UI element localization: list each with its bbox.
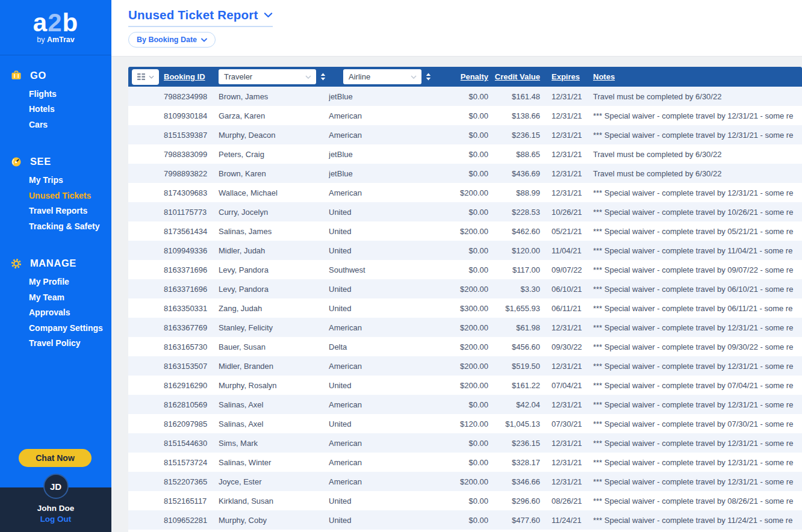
- cell-airline: United: [329, 227, 443, 236]
- table-row[interactable]: 8174309683Wallace, MichaelAmerican$200.0…: [128, 183, 802, 202]
- cell-notes: *** Special waiver - complete travel by …: [591, 323, 802, 332]
- cell-booking: 8151544630: [160, 439, 214, 448]
- cell-notes: *** Special waiver - complete travel by …: [591, 400, 802, 409]
- cell-notes: *** Special waiver - complete travel by …: [591, 381, 802, 390]
- table-row[interactable]: 8162097985Salinas, AxelUnited$120.00$1,0…: [128, 414, 802, 433]
- cell-credit: $117.00: [492, 265, 544, 274]
- table-row[interactable]: 8151539387Murphy, DeaconAmerican$0.00$23…: [128, 125, 802, 144]
- table-row[interactable]: 7998893822Brown, KarenjetBlue$0.00$436.6…: [128, 164, 802, 183]
- cell-booking: 8151539387: [160, 131, 214, 140]
- sidebar-item-flights[interactable]: Flights: [29, 86, 111, 102]
- table-row[interactable]: 8173561434Salinas, JamesUnited$200.00$46…: [128, 221, 802, 241]
- avatar[interactable]: JD: [43, 474, 69, 499]
- a2b-logo[interactable]: a2b by AmTrav: [0, 0, 111, 55]
- cell-expires: 09/30/22: [544, 342, 591, 351]
- cell-penalty: $0.00: [443, 458, 492, 467]
- cell-expires: 11/04/21: [544, 246, 591, 255]
- table-row[interactable]: 8162916290Murphy, RosalynUnited$200.00$1…: [128, 376, 802, 395]
- sidebar-item-unused-tickets[interactable]: Unused Tickets: [29, 188, 111, 203]
- column-header-booking-id[interactable]: Booking ID: [160, 72, 214, 81]
- sidebar-item-tracking-safety[interactable]: Tracking & Safety: [29, 218, 111, 234]
- sidebar-item-travel-policy[interactable]: Travel Policy: [29, 336, 111, 351]
- filter-pill-label: By Booking Date: [137, 36, 197, 44]
- cell-booking: 7998893822: [160, 169, 214, 178]
- table-row[interactable]: 7988383099Peters, CraigjetBlue$0.00$88.6…: [128, 144, 802, 164]
- column-header-notes[interactable]: Notes: [591, 72, 802, 81]
- sidebar-item-my-trips[interactable]: My Trips: [29, 173, 111, 188]
- report-title-dropdown[interactable]: Unused Ticket Report: [128, 8, 273, 27]
- sidebar-item-my-team[interactable]: My Team: [29, 289, 111, 305]
- table-row[interactable]: 8101175773Curry, JocelynUnited$0.00$228.…: [128, 202, 802, 221]
- sort-traveler-button[interactable]: [320, 72, 326, 81]
- cell-penalty: $200.00: [443, 227, 492, 236]
- sidebar-item-company-settings[interactable]: Company Settings: [29, 320, 111, 336]
- cell-expires: 08/26/21: [544, 496, 591, 506]
- cell-traveler: Midler, Judah: [214, 246, 329, 255]
- cell-credit: $61.98: [492, 323, 544, 332]
- airline-filter-select[interactable]: Airline: [343, 69, 421, 84]
- cell-notes: *** Special waiver - complete travel by …: [591, 131, 802, 140]
- cell-notes: *** Special waiver - complete travel by …: [591, 285, 802, 294]
- cell-traveler: Midler, Branden: [214, 362, 329, 371]
- cell-booking: 8163153507: [160, 362, 214, 371]
- cell-airline: jetBlue: [329, 169, 443, 178]
- cell-credit: $1,655.93: [492, 304, 544, 313]
- sidebar-footer: JD John Doe Log Out: [0, 487, 111, 532]
- cell-airline: American: [329, 400, 443, 409]
- sidebar-item-travel-reports[interactable]: Travel Reports: [29, 203, 111, 219]
- sidebar-item-hotels[interactable]: Hotels: [29, 102, 111, 117]
- table-row[interactable]: 8162810569Salinas, AxelAmerican$0.00$42.…: [128, 395, 802, 414]
- chat-now-button[interactable]: Chat Now: [19, 449, 92, 467]
- cell-booking: 8162916290: [160, 381, 214, 390]
- table-row[interactable]: 8152165117Kirkland, SusanUnited$0.00$296…: [128, 491, 802, 510]
- table-row[interactable]: 8163367769Stanley, FelicityAmerican$200.…: [128, 318, 802, 337]
- cell-expires: 12/31/21: [544, 150, 591, 159]
- cell-penalty: $0.00: [443, 265, 492, 274]
- cell-expires: 07/04/21: [544, 381, 591, 390]
- sidebar-item-approvals[interactable]: Approvals: [29, 305, 111, 321]
- sidebar-item-cars[interactable]: Cars: [29, 117, 111, 132]
- cell-penalty: $120.00: [443, 419, 492, 428]
- table-row[interactable]: 7988234998Brown, JamesjetBlue$0.00$161.4…: [128, 87, 802, 106]
- table-row[interactable]: 8151544630Sims, MarkAmerican$0.00$236.15…: [128, 433, 802, 453]
- cell-penalty: $0.00: [443, 246, 492, 255]
- airline-filter-value: Airline: [349, 72, 370, 81]
- cell-credit: $236.15: [492, 439, 544, 448]
- cell-expires: 05/21/21: [544, 227, 591, 236]
- table-row[interactable]: 8163350331Zang, JudahUnited$300.00$1,655…: [128, 298, 802, 318]
- column-header-credit-value[interactable]: Credit Value: [492, 72, 544, 81]
- table-row[interactable]: 8163371696Levy, PandoraSouthwest$0.00$11…: [128, 260, 802, 279]
- table-row[interactable]: 8152207365Joyce, EsterAmerican$200.00$34…: [128, 472, 802, 491]
- column-settings-button[interactable]: [132, 69, 159, 85]
- table-row[interactable]: 8163165730Bauer, SusanDelta$200.00$456.6…: [128, 337, 802, 356]
- cell-expires: 12/31/21: [544, 477, 591, 486]
- chevron-down-icon: [149, 75, 154, 79]
- by-booking-date-filter[interactable]: By Booking Date: [128, 32, 216, 48]
- cell-booking: 8152207365: [160, 477, 214, 486]
- table-row[interactable]: 8163371696Levy, PandoraUnited$200.00$3.3…: [128, 279, 802, 298]
- cell-traveler: Salinas, Winter: [214, 458, 329, 467]
- cell-penalty: $0.00: [443, 208, 492, 217]
- cell-penalty: $0.00: [443, 150, 492, 159]
- chevron-down-icon: [411, 75, 417, 79]
- cell-airline: American: [329, 131, 443, 140]
- cell-notes: *** Special waiver - complete travel by …: [591, 111, 802, 120]
- unused-tickets-table: Booking ID Traveler: [128, 67, 802, 532]
- column-header-expires[interactable]: Expires: [544, 72, 591, 81]
- cell-notes: *** Special waiver - complete travel by …: [591, 342, 802, 351]
- table-row[interactable]: 8163153507Midler, BrandenAmerican$200.00…: [128, 356, 802, 376]
- table-row[interactable]: 8109949336Midler, JudahUnited$0.00$120.0…: [128, 241, 802, 260]
- column-header-penalty[interactable]: Penalty: [443, 72, 492, 81]
- cell-airline: United: [329, 304, 443, 313]
- log-out-link[interactable]: Log Out: [40, 515, 72, 524]
- cell-notes: *** Special waiver - complete travel by …: [591, 458, 802, 467]
- table-row[interactable]: 8109930184Garza, KarenAmerican$0.00$138.…: [128, 106, 802, 125]
- sort-airline-button[interactable]: [425, 72, 432, 81]
- cell-booking: 8101175773: [160, 208, 214, 217]
- table-row[interactable]: 8151573724Salinas, WinterAmerican$0.00$3…: [128, 453, 802, 472]
- cell-expires: 09/07/22: [544, 265, 591, 274]
- cell-booking: 7988383099: [160, 150, 214, 159]
- sidebar-item-my-profile[interactable]: My Profile: [29, 274, 111, 290]
- table-row[interactable]: 8109652281Murphy, CobyUnited$0.00$477.60…: [128, 510, 802, 530]
- traveler-filter-select[interactable]: Traveler: [219, 69, 316, 84]
